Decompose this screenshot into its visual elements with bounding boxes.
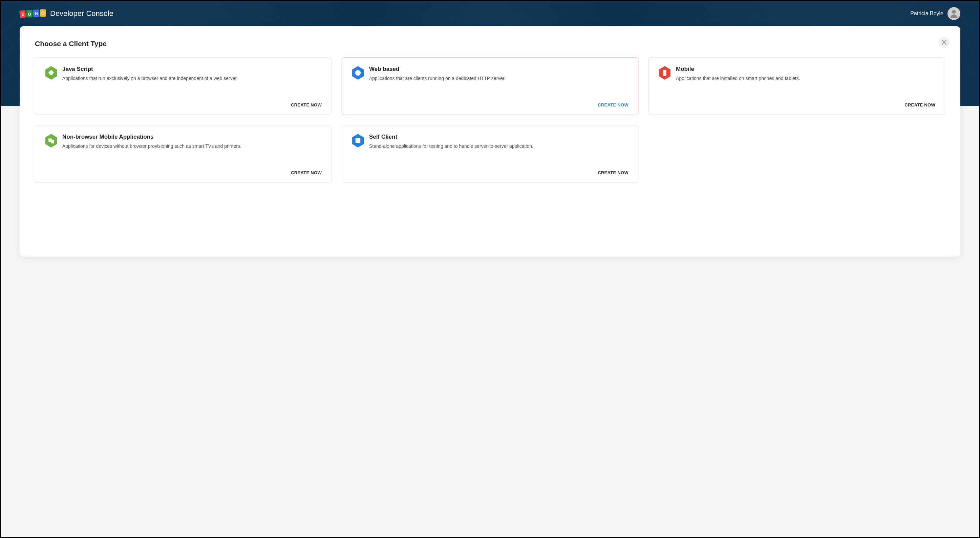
client-type-card-self-client[interactable]: Self Client Stand-alone applications for…	[342, 125, 638, 183]
logo-letter-z: Z	[19, 10, 26, 18]
client-type-card-non-browser-mobile-applications[interactable]: Non-browser Mobile Applications Applicat…	[35, 125, 331, 183]
logo-letter-o2: O	[40, 9, 46, 17]
card-header: Self Client Stand-alone applications for…	[352, 134, 628, 150]
card-action: CREATE NOW	[45, 169, 322, 176]
svg-rect-9	[51, 140, 54, 144]
content-panel: Choose a Client Type Java Script Applica…	[20, 26, 960, 257]
card-action: CREATE NOW	[658, 102, 935, 108]
card-text: Non-browser Mobile Applications Applicat…	[62, 134, 322, 150]
card-description: Stand-alone applications for testing and…	[369, 143, 628, 150]
card-text: Java Script Applications that run exclus…	[62, 66, 322, 82]
avatar-icon	[948, 8, 959, 19]
close-icon	[942, 40, 947, 45]
page-title: Choose a Client Type	[35, 40, 945, 48]
create-now-button-self-client[interactable]: CREATE NOW	[598, 170, 628, 175]
user-section[interactable]: Patricia Boyle	[910, 7, 960, 20]
card-action: CREATE NOW	[352, 169, 628, 176]
client-type-card-mobile[interactable]: Mobile Applications that are installed o…	[649, 57, 945, 115]
close-button[interactable]	[939, 37, 950, 48]
card-text: Web based Applications that are clients …	[369, 66, 628, 82]
create-now-button-web-based[interactable]: CREATE NOW	[598, 102, 628, 107]
self-icon	[352, 134, 364, 148]
card-title: Mobile	[676, 66, 935, 73]
card-description: Applications that are installed on smart…	[676, 75, 935, 82]
card-title: Web based	[369, 66, 628, 73]
card-action: CREATE NOW	[352, 102, 628, 108]
user-name: Patricia Boyle	[910, 11, 943, 17]
logo-letter-h: H	[33, 10, 40, 17]
cards-grid: Java Script Applications that run exclus…	[35, 57, 945, 183]
mobile-icon	[658, 66, 671, 80]
create-now-button-non-browser-mobile-applications[interactable]: CREATE NOW	[291, 170, 322, 175]
card-action: CREATE NOW	[45, 102, 322, 108]
create-now-button-java-script[interactable]: CREATE NOW	[291, 102, 322, 107]
card-header: Web based Applications that are clients …	[352, 66, 628, 82]
client-type-card-java-script[interactable]: Java Script Applications that run exclus…	[35, 57, 331, 115]
card-header: Non-browser Mobile Applications Applicat…	[45, 134, 322, 150]
globe-icon	[352, 66, 364, 80]
card-description: Applications that run exclusively on a b…	[62, 75, 322, 82]
client-type-card-web-based[interactable]: Web based Applications that are clients …	[342, 57, 638, 115]
top-bar: Z O H O Developer Console Patricia Boyle	[1, 1, 979, 26]
logo-section: Z O H O Developer Console	[20, 9, 113, 18]
card-title: Self Client	[369, 134, 628, 140]
app-title: Developer Console	[50, 9, 113, 18]
card-text: Self Client Stand-alone applications for…	[369, 134, 628, 150]
create-now-button-mobile[interactable]: CREATE NOW	[905, 102, 935, 107]
svg-point-0	[952, 10, 956, 14]
zoho-logo: Z O H O	[19, 9, 46, 18]
card-title: Java Script	[62, 66, 322, 73]
logo-letter-o1: O	[26, 10, 32, 18]
puzzle-icon	[45, 66, 57, 80]
card-header: Mobile Applications that are installed o…	[658, 66, 935, 82]
avatar[interactable]	[948, 7, 960, 20]
card-text: Mobile Applications that are installed o…	[676, 66, 935, 82]
page-wrapper: Z O H O Developer Console Patricia Boyle	[0, 0, 980, 538]
devices-icon	[45, 134, 57, 148]
card-header: Java Script Applications that run exclus…	[45, 66, 322, 82]
card-title: Non-browser Mobile Applications	[62, 134, 322, 140]
card-description: Applications that are clients running on…	[369, 75, 628, 82]
card-description: Applications for devices without browser…	[62, 143, 322, 150]
